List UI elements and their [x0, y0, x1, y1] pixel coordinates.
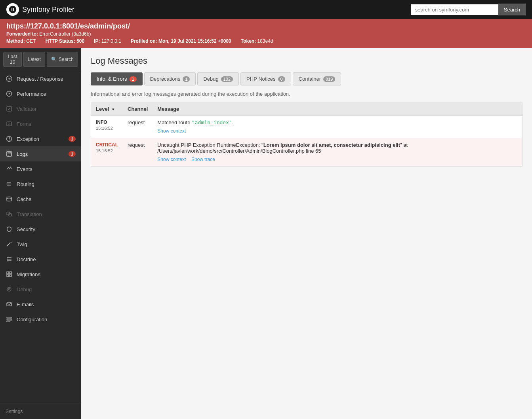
- sidebar-item-validator: Validator: [0, 101, 81, 116]
- svg-rect-26: [10, 275, 11, 277]
- tab-description: Informational and error log messages gen…: [91, 91, 522, 97]
- cache-icon: [6, 195, 13, 203]
- log-message-1: Matched route "admin_index". Show contex…: [153, 116, 522, 138]
- sidebar-item-security[interactable]: Security: [0, 222, 81, 237]
- sidebar-item-forms: Forms: [0, 116, 81, 131]
- request-info-bar: https://127.0.0.1:8001/es/admin/post/ Fo…: [0, 19, 532, 48]
- request-profiled-on: Profiled on: Mon, 19 Jul 2021 15:16:52 +…: [131, 38, 231, 44]
- log-table: Level ▾ Channel Message INFO 15:16:52 re…: [91, 102, 522, 167]
- sidebar-item-translation: Translation: [0, 207, 81, 222]
- tab-debug-label: Debug: [203, 76, 218, 82]
- tab-debug[interactable]: Debug 102: [197, 72, 239, 85]
- search-button[interactable]: 🔍 Search: [47, 52, 78, 67]
- last10-button[interactable]: Last 10: [3, 52, 22, 67]
- show-trace-link-2[interactable]: Show trace: [191, 157, 215, 162]
- global-search-input[interactable]: [411, 4, 498, 15]
- sidebar-label-request-response: Request / Response: [17, 76, 63, 82]
- tab-container-label: Container: [299, 76, 321, 82]
- tab-php-notices-count: 0: [278, 76, 285, 82]
- request-url: https://127.0.0.1:8001/es/admin/post/: [6, 22, 526, 30]
- sidebar-item-debug: Debug: [0, 282, 81, 297]
- request-method: Method: GET: [6, 38, 36, 44]
- logs-badge: 1: [69, 151, 76, 157]
- log-level-critical: CRITICAL: [96, 142, 118, 148]
- sidebar-item-migrations[interactable]: Migrations: [0, 267, 81, 282]
- sidebar-label-logs: Logs: [17, 151, 28, 157]
- log-channel-1: request: [123, 116, 153, 138]
- sidebar-item-twig[interactable]: Twig: [0, 237, 81, 252]
- sidebar-item-routing[interactable]: Routing: [0, 176, 81, 191]
- log-tabs: Info. & Errors 1 Deprecations 1 Debug 10…: [91, 72, 522, 85]
- svg-rect-30: [7, 317, 11, 319]
- tab-php-notices[interactable]: PHP Notices 0: [240, 72, 291, 85]
- tab-deprecations-label: Deprecations: [150, 76, 181, 82]
- table-row: CRITICAL 15:16:52 request Uncaught PHP E…: [91, 138, 522, 167]
- forwarded-info: Forwarded to: ErrorController (3a3d6b): [6, 31, 526, 37]
- tab-info-errors[interactable]: Info. & Errors 1: [91, 72, 143, 85]
- sidebar-item-logs[interactable]: Logs 1: [0, 146, 81, 161]
- sidebar-label-twig: Twig: [17, 241, 27, 247]
- tab-debug-count: 102: [221, 76, 233, 82]
- latest-button[interactable]: Latest: [23, 52, 45, 67]
- sort-arrow-icon: ▾: [112, 107, 114, 112]
- sidebar-nav: Request / Response Performance Validator: [0, 71, 81, 404]
- sidebar-label-emails: E-mails: [17, 301, 34, 307]
- show-context-link-2[interactable]: Show context: [157, 157, 186, 162]
- main-layout: Last 10 Latest 🔍 Search Request / Respon…: [0, 48, 532, 419]
- request-ip: IP: 127.0.0.1: [94, 38, 121, 44]
- doctrine-icon: [6, 256, 13, 263]
- routing-icon: [6, 180, 13, 188]
- sidebar-label-configuration: Configuration: [17, 317, 47, 322]
- sidebar-item-performance[interactable]: Performance: [0, 86, 81, 101]
- log-links-2: Show context Show trace: [157, 156, 517, 162]
- settings-link[interactable]: Settings: [0, 404, 81, 419]
- sidebar-item-configuration[interactable]: Configuration: [0, 312, 81, 327]
- log-time-2: 15:16:52: [96, 148, 118, 153]
- log-level-info: INFO: [96, 119, 118, 125]
- twig-icon: [6, 241, 13, 248]
- col-level-header[interactable]: Level ▾: [91, 103, 123, 116]
- svg-point-2: [9, 93, 10, 95]
- request-icon: [6, 75, 13, 82]
- page-title: Log Messages: [91, 56, 522, 66]
- sidebar-item-exception[interactable]: ! Exception 1: [0, 131, 81, 146]
- global-search-button[interactable]: Search: [498, 4, 526, 15]
- events-icon: [6, 165, 13, 173]
- sidebar-item-request-response[interactable]: Request / Response: [0, 71, 81, 86]
- svg-rect-24: [10, 272, 11, 274]
- sidebar-item-cache[interactable]: Cache: [0, 191, 81, 207]
- tab-deprecations[interactable]: Deprecations 1: [144, 72, 196, 85]
- tab-container[interactable]: Container 819: [293, 72, 341, 85]
- logs-icon: [6, 150, 13, 157]
- exception-badge: 1: [69, 136, 76, 142]
- sidebar-label-validator: Validator: [17, 106, 36, 112]
- performance-icon: [6, 90, 13, 97]
- log-links-1: Show context: [157, 128, 517, 134]
- tab-info-errors-label: Info. & Errors: [97, 76, 127, 82]
- logo: Symfony Profiler: [6, 3, 74, 16]
- sidebar-item-doctrine[interactable]: Doctrine: [0, 252, 81, 267]
- tab-php-notices-label: PHP Notices: [246, 76, 275, 82]
- debug-icon: [6, 286, 13, 293]
- col-channel-header: Channel: [123, 103, 153, 116]
- forms-icon: [6, 120, 13, 127]
- sidebar-item-emails[interactable]: E-mails: [0, 297, 81, 312]
- sidebar-item-events[interactable]: Events: [0, 161, 81, 176]
- log-message-2: Uncaught PHP Exception RuntimeException:…: [153, 138, 522, 167]
- sidebar-label-events: Events: [17, 166, 32, 172]
- app-title: Symfony Profiler: [22, 6, 74, 14]
- sidebar-label-exception: Exception: [17, 136, 39, 142]
- sidebar-label-cache: Cache: [17, 196, 32, 202]
- svg-rect-25: [7, 275, 9, 277]
- emails-icon: [6, 301, 13, 308]
- route-name: "admin_index": [192, 119, 232, 125]
- sidebar-label-debug: Debug: [17, 286, 32, 292]
- sidebar-label-performance: Performance: [17, 91, 46, 97]
- log-level-cell-2: CRITICAL 15:16:52: [91, 138, 123, 167]
- sidebar-toolbar: Last 10 Latest 🔍 Search: [0, 48, 81, 71]
- show-context-link-1[interactable]: Show context: [157, 128, 186, 134]
- svg-point-27: [7, 287, 11, 291]
- sidebar-label-doctrine: Doctrine: [17, 256, 36, 262]
- exception-message-bold: Lorem ipsum dolor sit amet, consectetur …: [263, 142, 400, 148]
- svg-rect-4: [7, 122, 11, 126]
